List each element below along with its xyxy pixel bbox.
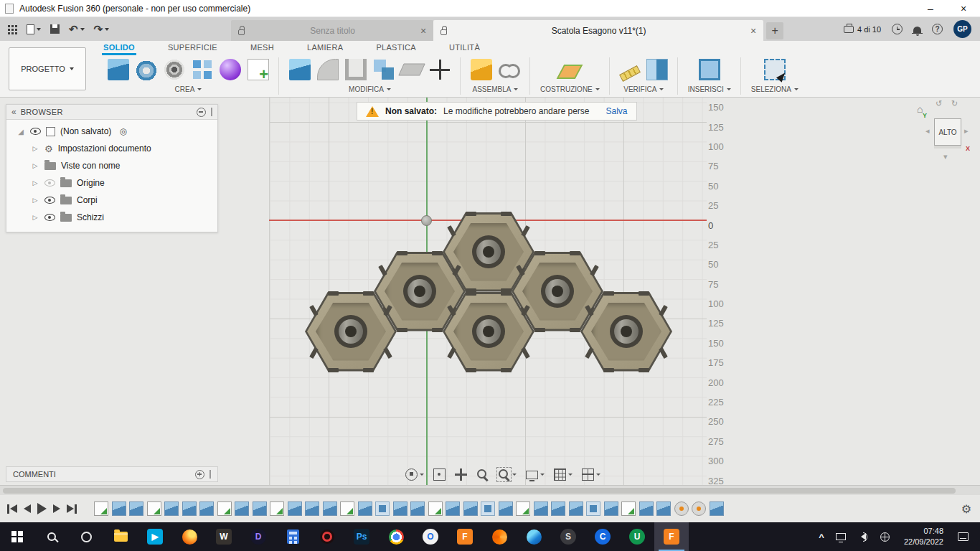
extrude-feature-icon[interactable]: [305, 501, 319, 516]
look-at-button[interactable]: [433, 468, 446, 481]
sketch-feature-icon[interactable]: [217, 501, 232, 516]
document-tab[interactable]: Senza titolo×: [231, 20, 433, 41]
notifications-bell-icon[interactable]: [913, 27, 921, 33]
ribbon-tab-solido[interactable]: SOLIDO: [102, 41, 136, 55]
group-dropdown-verifica[interactable]: VERIFICA: [623, 85, 664, 93]
orange-swirl-app-taskbar-button[interactable]: [482, 522, 517, 551]
timeline-scrollbar[interactable]: [0, 485, 980, 495]
ribbon-tab-lamiera[interactable]: LAMIERA: [306, 41, 344, 55]
visibility-eye-icon[interactable]: [44, 179, 55, 187]
search-taskbar-button[interactable]: [34, 522, 69, 551]
create-extrude-icon[interactable]: [108, 59, 129, 80]
d-app-taskbar-button[interactable]: D: [241, 522, 275, 551]
wikipedia-taskbar-button[interactable]: W: [207, 522, 241, 551]
extrude-feature-icon[interactable]: [112, 501, 126, 516]
pan-button[interactable]: [455, 468, 467, 481]
rotate-ccw-icon[interactable]: ↺: [936, 99, 942, 108]
browser-root-row[interactable]: ◢ (Non salvato) ◎: [6, 123, 217, 140]
extrude-feature-icon[interactable]: [164, 501, 179, 516]
extrude-feature-icon[interactable]: [534, 501, 548, 516]
extrude-feature-icon[interactable]: [639, 501, 654, 516]
create-form-icon[interactable]: [220, 59, 241, 80]
expand-arrow-icon[interactable]: ▷: [31, 145, 39, 152]
rotate-cw-icon[interactable]: ↻: [951, 99, 958, 108]
circle-plus-icon[interactable]: [195, 470, 204, 479]
extrude-feature-icon[interactable]: [499, 501, 513, 516]
file-menu-button[interactable]: [27, 24, 41, 34]
browser-panel-header[interactable]: « BROWSER: [6, 105, 217, 120]
sketch-feature-icon[interactable]: [621, 501, 636, 516]
firefox-taskbar-button[interactable]: [172, 522, 207, 551]
ribbon-tab-superficie[interactable]: SUPERFICIE: [166, 41, 219, 55]
extrude-feature-icon[interactable]: [569, 501, 583, 516]
ribbon-tab-plastica[interactable]: PLASTICA: [374, 41, 418, 55]
collapse-panel-icon[interactable]: «: [11, 107, 17, 117]
taskbar-clock[interactable]: 07:48 22/09/2022: [904, 526, 943, 547]
visibility-eye-icon[interactable]: [30, 128, 41, 135]
inspect-measure-icon[interactable]: [619, 65, 641, 82]
group-dropdown-crea[interactable]: CREA: [175, 85, 202, 93]
create-pattern-icon[interactable]: [192, 59, 213, 80]
photoshop-taskbar-button[interactable]: Ps: [344, 522, 379, 551]
visibility-eye-icon[interactable]: [44, 197, 55, 204]
group-dropdown-assembla[interactable]: ASSEMBLA: [473, 85, 519, 93]
move-copy-icon[interactable]: [429, 59, 451, 80]
step-forward-button[interactable]: [53, 504, 60, 513]
chrome-taskbar-button[interactable]: [379, 522, 413, 551]
browser-item-origine[interactable]: ▷Origine: [6, 174, 217, 192]
session-arrow-icon[interactable]: ◢: [17, 128, 25, 136]
timeline-settings-gear-icon[interactable]: ⚙: [961, 502, 971, 516]
redo-button[interactable]: ↷: [94, 24, 110, 34]
fusion-360-taskbar-button[interactable]: F: [654, 522, 689, 551]
o-browser-taskbar-button[interactable]: O: [413, 522, 448, 551]
zoom-window-button[interactable]: [498, 468, 517, 481]
app-grid-button[interactable]: [7, 24, 17, 34]
document-tab[interactable]: Scatola Esagono v11*(1)×: [433, 20, 763, 41]
circle-minus-icon[interactable]: [197, 108, 206, 117]
prime-video-taskbar-button[interactable]: ▶: [138, 522, 172, 551]
sketch-feature-icon[interactable]: [94, 501, 108, 516]
canvas-viewport[interactable]: Non salvato: Le modifiche potrebbero and…: [0, 98, 980, 485]
viewcube-left-arrow-icon[interactable]: ◂: [925, 126, 930, 136]
new-tab-button[interactable]: +: [766, 22, 783, 39]
red-ring-app-taskbar-button[interactable]: [310, 522, 344, 551]
extrude-feature-icon[interactable]: [604, 501, 618, 516]
minimize-button[interactable]: –: [914, 0, 947, 17]
combine-feature-icon[interactable]: [375, 501, 390, 516]
combine-feature-icon[interactable]: [481, 501, 495, 516]
viewports-button[interactable]: [582, 468, 600, 481]
hidden-icons-button[interactable]: ^: [819, 532, 824, 542]
grid-settings-button[interactable]: [554, 468, 573, 481]
ribbon-tab-mesh[interactable]: MESH: [249, 41, 275, 55]
cortana-taskbar-button[interactable]: [69, 522, 103, 551]
network-tray-icon[interactable]: [880, 532, 890, 542]
timeline-scroll-thumb[interactable]: [3, 488, 956, 494]
extrude-feature-icon[interactable]: [235, 501, 249, 516]
browser-item-impostazioni-documento[interactable]: ▷⚙Impostazioni documento: [6, 140, 217, 157]
job-status[interactable]: 4 di 10: [844, 25, 881, 34]
display-settings-button[interactable]: [526, 469, 545, 479]
modify-fillet-icon[interactable]: [317, 59, 339, 80]
calculator-taskbar-button[interactable]: [275, 522, 310, 551]
extrude-feature-icon[interactable]: [323, 501, 337, 516]
extrude-feature-icon[interactable]: [551, 501, 565, 516]
project-button[interactable]: PROGETTO: [9, 47, 86, 90]
volume-tray-icon[interactable]: [857, 533, 866, 540]
start-button[interactable]: [0, 522, 34, 551]
viewcube-right-arrow-icon[interactable]: ▸: [964, 126, 969, 136]
hexagon-body[interactable]: [443, 292, 534, 372]
extrude-feature-icon[interactable]: [446, 501, 460, 516]
extrude-feature-icon[interactable]: [253, 501, 267, 516]
extrude-feature-icon[interactable]: [129, 501, 143, 516]
skip-to-start-button[interactable]: [7, 504, 17, 514]
close-tab-button[interactable]: ×: [750, 26, 756, 36]
sketch-feature-icon[interactable]: [340, 501, 354, 516]
play-button[interactable]: [37, 503, 47, 514]
zoom-button[interactable]: [476, 468, 489, 481]
undo-button[interactable]: ↶: [69, 24, 85, 34]
sketch-feature-icon[interactable]: [147, 501, 161, 516]
display-tray-icon[interactable]: [836, 533, 846, 540]
close-button[interactable]: ×: [947, 0, 980, 17]
edge-taskbar-button[interactable]: [517, 522, 551, 551]
action-center-icon[interactable]: [958, 532, 969, 541]
